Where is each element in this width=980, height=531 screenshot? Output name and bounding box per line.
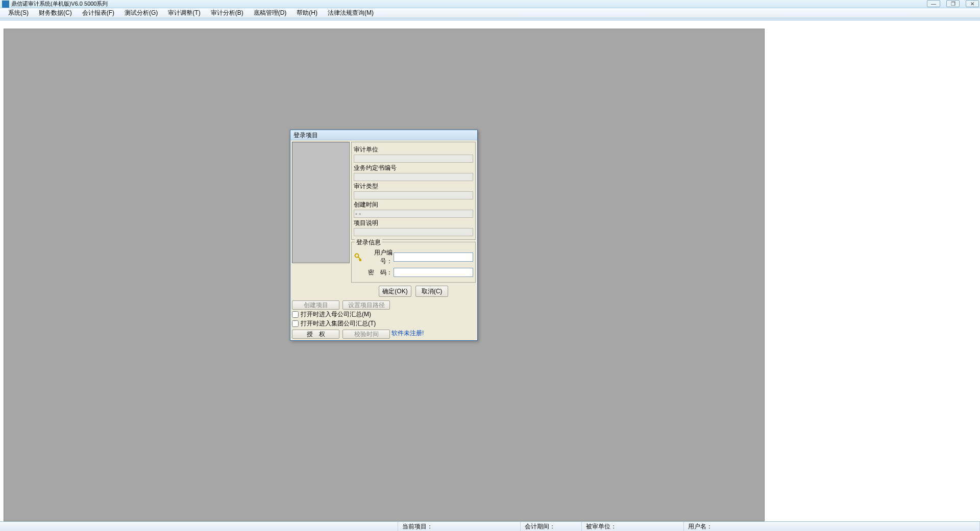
title-bar: 鼎信诺审计系统(单机版)V6.0 5000系列 — ❐ ✕	[0, 0, 980, 8]
maximize-button[interactable]: ❐	[946, 0, 960, 7]
login-info-group: 登录信息 用户编号： 密 码：	[351, 242, 476, 283]
create-time-label: 创建时间	[354, 200, 473, 209]
user-id-input[interactable]	[394, 252, 473, 262]
menu-workpaper[interactable]: 底稿管理(D)	[249, 8, 292, 18]
audit-type-label: 审计类型	[354, 182, 473, 191]
status-bar: 当前项目： 会计期间： 被审单位： 用户名：	[0, 521, 980, 531]
menu-reports[interactable]: 会计报表(F)	[77, 8, 119, 18]
open-parent-label: 打开时进入母公司汇总(M)	[301, 310, 371, 319]
close-button[interactable]: ✕	[966, 0, 979, 7]
open-parent-checkbox[interactable]	[292, 311, 299, 318]
menu-help[interactable]: 帮助(H)	[291, 8, 323, 18]
project-desc-label: 项目说明	[354, 219, 473, 227]
password-label: 密 码：	[364, 268, 394, 277]
menu-bar: 系统(S) 财务数据(C) 会计报表(F) 测试分析(G) 审计调整(T) 审计…	[0, 8, 980, 18]
cancel-button[interactable]: 取消(C)	[415, 286, 448, 297]
dialog-title: 登录项目	[290, 130, 477, 140]
menu-audit-adjust[interactable]: 审计调整(T)	[163, 8, 205, 18]
status-user: 用户名：	[684, 522, 980, 531]
project-list-panel[interactable]	[292, 142, 350, 263]
user-id-label: 用户编号：	[364, 248, 394, 266]
menu-system[interactable]: 系统(S)	[3, 8, 34, 18]
menu-law[interactable]: 法律法规查询(M)	[323, 8, 379, 18]
status-blank	[0, 522, 398, 531]
project-info-group: 审计单位 业务约定书编号 审计类型 创建时间 - - 项目说明	[351, 142, 476, 240]
engagement-no-value	[354, 173, 473, 181]
window-controls: — ❐ ✕	[927, 0, 979, 7]
password-input[interactable]	[394, 268, 473, 277]
toolbar-strip	[0, 18, 980, 20]
create-project-button[interactable]: 创建项目	[292, 300, 339, 310]
verify-time-button[interactable]: 校验时间	[342, 330, 390, 339]
menu-audit-analysis[interactable]: 审计分析(B)	[206, 8, 249, 18]
engagement-no-label: 业务约定书编号	[354, 164, 473, 172]
menu-finance-data[interactable]: 财务数据(C)	[34, 8, 77, 18]
minimize-button[interactable]: —	[927, 0, 940, 7]
authorize-button[interactable]: 授 权	[292, 330, 339, 339]
set-path-button[interactable]: 设置项目路径	[342, 300, 390, 310]
menu-test-analysis[interactable]: 测试分析(G)	[119, 8, 163, 18]
spacer-icon	[354, 268, 363, 277]
ok-button[interactable]: 确定(OK)	[379, 286, 411, 297]
app-title: 鼎信诺审计系统(单机版)V6.0 5000系列	[11, 0, 108, 8]
audit-unit-value	[354, 155, 473, 163]
open-group-checkbox[interactable]	[292, 320, 299, 327]
audit-type-value	[354, 191, 473, 199]
login-legend: 登录信息	[355, 238, 382, 247]
status-current-project: 当前项目：	[398, 522, 521, 531]
login-dialog: 登录项目 审计单位 业务约定书编号 审计类型 创建时间 - - 项目说明	[290, 130, 478, 341]
status-period: 会计期间：	[521, 522, 582, 531]
open-group-label: 打开时进入集团公司汇总(T)	[301, 319, 376, 328]
status-audited-unit: 被审单位：	[582, 522, 684, 531]
unregistered-link[interactable]: 软件未注册!	[391, 329, 424, 338]
create-time-value: - -	[354, 210, 473, 218]
project-desc-value	[354, 228, 473, 236]
key-icon	[354, 252, 363, 262]
audit-unit-label: 审计单位	[354, 145, 473, 154]
app-icon	[2, 1, 9, 8]
